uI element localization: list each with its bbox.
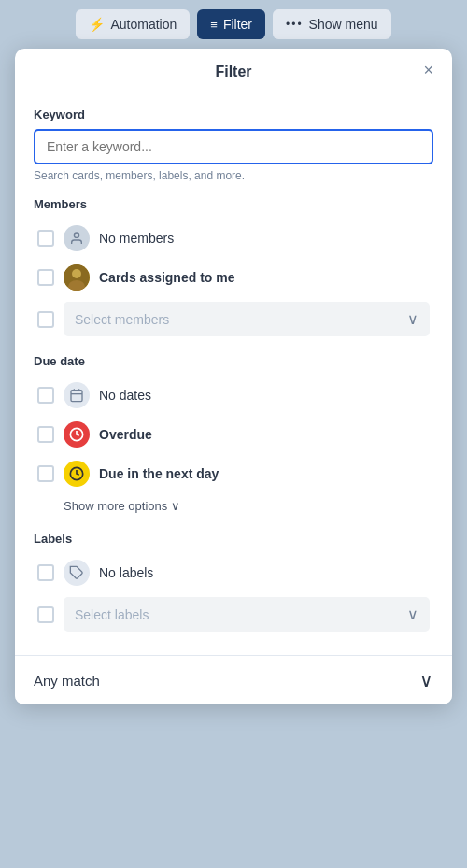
user-avatar <box>64 264 90 291</box>
no-dates-icon <box>64 382 90 408</box>
automation-button[interactable]: ⚡ Automation <box>76 9 190 39</box>
no-members-checkbox[interactable] <box>37 230 54 247</box>
next-day-icon <box>64 461 90 487</box>
no-labels-label: No labels <box>99 565 153 580</box>
keyword-hint: Search cards, members, labels, and more. <box>34 169 433 182</box>
members-section-title: Members <box>34 197 433 211</box>
no-labels-row: No labels <box>34 553 433 592</box>
assigned-to-me-checkbox[interactable] <box>37 269 54 286</box>
filter-title: Filter <box>215 64 251 80</box>
show-menu-label: Show menu <box>309 17 378 32</box>
filter-panel: Filter × Keyword Search cards, members, … <box>15 49 452 704</box>
keyword-input[interactable] <box>34 129 433 164</box>
filter-label: Filter <box>223 17 252 32</box>
overdue-row: Overdue <box>34 415 433 454</box>
svg-rect-4 <box>71 391 82 402</box>
assigned-to-me-row: Cards assigned to me <box>34 258 433 297</box>
show-more-label: Show more options <box>64 499 167 513</box>
assigned-to-me-label: Cards assigned to me <box>99 270 235 285</box>
due-date-section: Due date No dates <box>34 354 433 519</box>
overdue-checkbox[interactable] <box>37 426 54 443</box>
select-members-row: Select members ∨ <box>34 297 433 341</box>
no-members-icon <box>64 225 90 251</box>
show-more-chevron-icon: ∨ <box>171 499 180 513</box>
select-labels-row: Select labels ∨ <box>34 592 433 636</box>
members-section: Members No members <box>34 197 433 341</box>
dots-icon: ••• <box>286 18 304 31</box>
select-members-checkbox[interactable] <box>37 311 54 328</box>
overdue-icon <box>64 421 90 448</box>
show-menu-button[interactable]: ••• Show menu <box>273 9 391 39</box>
filter-body: Keyword Search cards, members, labels, a… <box>15 92 452 655</box>
svg-point-0 <box>74 233 78 237</box>
lightning-icon: ⚡ <box>89 17 105 32</box>
select-labels-dropdown[interactable]: Select labels ∨ <box>64 597 430 632</box>
no-dates-row: No dates <box>34 376 433 415</box>
no-members-label: No members <box>99 231 174 246</box>
due-date-section-title: Due date <box>34 354 433 368</box>
next-day-row: Due in the next day <box>34 454 433 493</box>
filter-button[interactable]: ≡ Filter <box>197 9 265 39</box>
select-labels-checkbox[interactable] <box>37 606 54 623</box>
any-match-footer: Any match ∨ <box>15 655 452 704</box>
overdue-label: Overdue <box>99 427 152 442</box>
members-chevron-icon: ∨ <box>407 310 418 328</box>
close-button[interactable]: × <box>417 60 439 80</box>
next-day-label: Due in the next day <box>99 466 219 481</box>
no-dates-label: No dates <box>99 388 151 403</box>
show-more-options-button[interactable]: Show more options ∨ <box>34 493 184 519</box>
no-members-row: No members <box>34 219 433 258</box>
any-match-chevron-icon: ∨ <box>419 669 433 691</box>
select-members-dropdown[interactable]: Select members ∨ <box>64 302 430 336</box>
next-day-checkbox[interactable] <box>37 465 54 482</box>
select-members-label: Select members <box>75 312 169 327</box>
no-dates-checkbox[interactable] <box>37 387 54 404</box>
any-match-label: Any match <box>34 673 100 689</box>
toolbar: ⚡ Automation ≡ Filter ••• Show menu <box>0 0 467 49</box>
labels-section: Labels No labels Select labels ∨ <box>34 532 433 636</box>
select-labels-label: Select labels <box>75 607 149 622</box>
no-labels-icon <box>64 560 90 586</box>
no-labels-checkbox[interactable] <box>37 564 54 581</box>
keyword-section: Keyword Search cards, members, labels, a… <box>34 107 433 182</box>
keyword-section-label: Keyword <box>34 107 433 121</box>
labels-chevron-icon: ∨ <box>407 605 418 623</box>
labels-section-title: Labels <box>34 532 433 546</box>
automation-label: Automation <box>110 17 177 32</box>
filter-lines-icon: ≡ <box>210 18 218 32</box>
svg-point-2 <box>72 269 81 278</box>
filter-header: Filter × <box>15 49 452 92</box>
